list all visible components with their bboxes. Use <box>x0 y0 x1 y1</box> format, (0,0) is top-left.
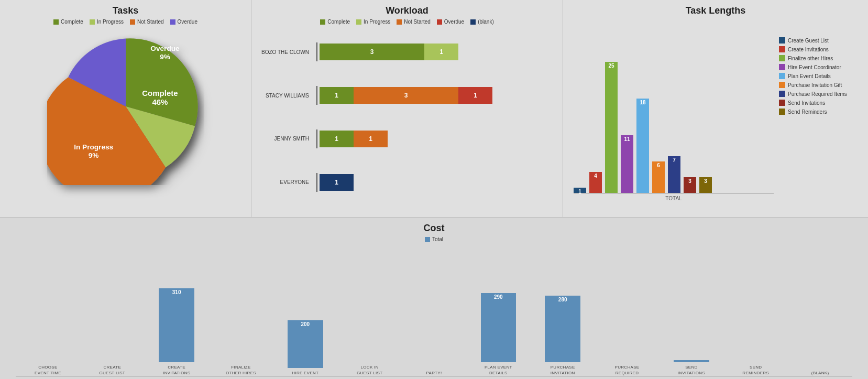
wl-legend-overdue: Overdue <box>437 19 464 25</box>
task-lengths-content: 1 4 25 11 <box>563 19 868 217</box>
tl-legend-purchreq: Purchase Required Items <box>779 91 863 97</box>
wl-notstarted-icon <box>397 19 402 25</box>
workload-row-jenny: JENNY SMITH 1 1 <box>257 129 552 148</box>
legend-overdue-label: Overdue <box>178 19 197 25</box>
tasks-title: Tasks <box>113 5 139 16</box>
svg-text:Complete: Complete <box>142 89 178 98</box>
workload-label-bozo: BOZO THE CLOWN <box>257 49 314 55</box>
tbar-purchreq: 7 <box>668 156 680 193</box>
tl-legend-purchinv: Purchase Invitation Gift <box>779 82 863 88</box>
tbar-hire-bar: 11 <box>621 135 633 193</box>
workload-axis-everyone <box>316 173 317 192</box>
legend-complete-label: Complete <box>61 19 83 25</box>
workload-title: Workload <box>251 5 563 16</box>
tasks-panel: Tasks Complete In Progress Not Started O… <box>0 0 251 217</box>
wl-blank-icon <box>470 19 476 25</box>
cost-col-purchreq: PURCHASEREQUIRED <box>595 362 660 376</box>
cost-label-lockin: LOCK INGUEST LIST <box>357 365 383 376</box>
cost-label-purchinv: PURCHASEINVITATION <box>551 365 575 376</box>
wbar-stacy-notstarted: 3 <box>354 87 458 104</box>
tl-purchinv-icon <box>779 82 785 88</box>
wbar-stacy-overdue: 1 <box>458 87 492 104</box>
cost-col-plan: 290 PLAN EVENTDETAILS <box>466 293 531 376</box>
cost-label-createinv: CREATEINVITATIONS <box>163 365 190 376</box>
workload-bars-jenny: 1 1 <box>320 131 388 147</box>
cost-col-hire: 200 HIRE EVENT <box>273 320 337 376</box>
cost-label-sendrem: SENDREMINDERS <box>742 365 769 376</box>
tasks-legend: Complete In Progress Not Started Overdue <box>53 19 197 25</box>
cost-legend: Total <box>425 236 443 242</box>
task-lengths-bar-area: 1 4 25 11 <box>574 21 774 201</box>
tbar-createinv-bar: 4 <box>589 172 602 193</box>
workload-axis-bozo <box>316 42 317 61</box>
cost-col-createinv: 310 CREATEINVITATIONS <box>145 288 209 376</box>
pie-svg: Complete 46% In Progress 9% Not Started … <box>47 28 204 185</box>
cost-panel: Cost Total CHOOSEEVENT TIME <box>0 218 868 379</box>
cost-col-sendrem: SENDREMINDERS <box>723 362 788 376</box>
cost-label-sendinv: SENDINVITATIONS <box>678 365 705 376</box>
wl-inprogress-icon <box>356 19 361 25</box>
tl-legend-createguest: Create Guest List <box>779 37 863 44</box>
workload-row-everyone: EVERYONE 1 <box>257 173 552 192</box>
cost-col-party: PARTY! <box>402 368 466 376</box>
cost-bar-sendinv <box>674 360 709 362</box>
task-lengths-title: Task Lengths <box>563 5 868 16</box>
cost-bar-purchinv: 280 <box>545 296 580 362</box>
legend-notstarted-label: Not Started <box>137 19 164 25</box>
wbar-bozo-complete: 3 <box>320 44 424 60</box>
tl-createinv-icon <box>779 46 785 52</box>
tbar-finalize: 25 <box>605 62 618 193</box>
tl-legend-finalize: Finalize other Hires <box>779 55 863 61</box>
tbar-createinv: 4 <box>589 172 602 193</box>
cost-col-purchinv: 280 PURCHASEINVITATION <box>531 296 595 376</box>
cost-label-plan: PLAN EVENTDETAILS <box>485 365 512 376</box>
workload-panel: Workload Complete In Progress Not Starte… <box>251 0 563 217</box>
cost-bar-hire: 200 <box>288 320 323 368</box>
cost-label-blank: (BLANK) <box>811 371 829 376</box>
wl-legend-blank: (blank) <box>470 19 494 25</box>
tbar-sendinv-bar: 3 <box>684 177 696 193</box>
cost-chart-area: CHOOSEEVENT TIME CREATEGUEST LIST 310 CR… <box>0 245 868 379</box>
tl-legend-createinv: Create Invitations <box>779 46 863 52</box>
legend-inprogress-label: In Progress <box>97 19 124 25</box>
task-lengths-panel: Task Lengths 1 4 2 <box>563 0 868 217</box>
complete-icon <box>53 19 59 25</box>
tl-legend-hire: Hire Event Coordinator <box>779 64 863 70</box>
cost-bars-container: CHOOSEEVENT TIME CREATEGUEST LIST 310 CR… <box>16 293 852 376</box>
workload-bars-bozo: 3 1 <box>320 44 458 60</box>
workload-chart: BOZO THE CLOWN 3 1 STACY WILLIAMS 1 3 1 <box>251 28 563 217</box>
workload-row-bozo: BOZO THE CLOWN 3 1 <box>257 42 552 61</box>
svg-text:9%: 9% <box>160 53 170 61</box>
tl-createguest-icon <box>779 37 785 44</box>
svg-text:46%: 46% <box>152 98 168 106</box>
tbar-finalize-bar: 25 <box>605 62 618 193</box>
workload-label-jenny: JENNY SMITH <box>257 136 314 142</box>
workload-bars-stacy: 1 3 1 <box>320 87 492 104</box>
wl-legend-inprogress: In Progress <box>356 19 390 25</box>
tbar-createguest-bar: 1 <box>574 188 586 193</box>
top-row: Tasks Complete In Progress Not Started O… <box>0 0 868 218</box>
notstarted-icon <box>130 19 135 25</box>
cost-label-finalize: FINALIZEOTHER HIRES <box>226 365 256 376</box>
svg-text:Overdue: Overdue <box>150 45 180 52</box>
cost-col-createguest: CREATEGUEST LIST <box>80 362 145 376</box>
overdue-icon <box>170 19 175 25</box>
tl-legend-plan: Plan Event Details <box>779 73 863 79</box>
cost-col-lockin: LOCK INGUEST LIST <box>337 362 402 376</box>
tbar-sendinv: 3 <box>684 177 696 193</box>
wl-legend-notstarted: Not Started <box>397 19 431 25</box>
workload-axis-jenny <box>316 129 317 148</box>
tbar-createguest: 1 <box>574 188 586 193</box>
workload-axis-stacy <box>316 86 317 105</box>
tl-sendrem-icon <box>779 109 785 115</box>
cost-title: Cost <box>424 223 445 234</box>
workload-label-stacy: STACY WILLIAMS <box>257 93 314 99</box>
wl-overdue-icon <box>437 19 442 25</box>
tl-plan-icon <box>779 73 785 79</box>
legend-complete: Complete <box>53 19 83 25</box>
cost-col-sendinv: SENDINVITATIONS <box>659 360 723 376</box>
svg-text:In Progress: In Progress <box>74 143 113 151</box>
cost-label-party: PARTY! <box>426 371 442 376</box>
tbar-purchinv-bar: 6 <box>652 161 665 193</box>
inprogress-icon <box>90 19 95 25</box>
